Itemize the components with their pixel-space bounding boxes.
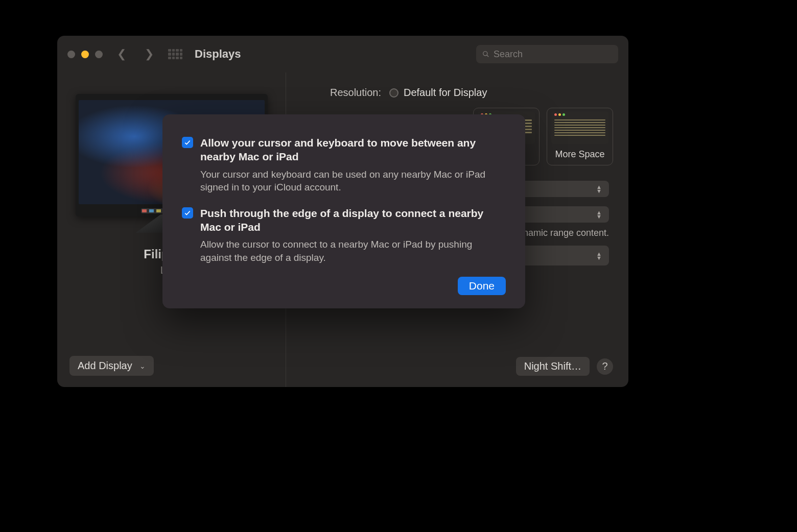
search-icon [482, 50, 489, 59]
resolution-tile-more-space[interactable]: More Space [547, 108, 613, 165]
allow-cursor-keyboard-title: Allow your cursor and keyboard to move b… [200, 136, 506, 164]
resolution-preview-icon [551, 111, 608, 144]
close-button[interactable] [67, 51, 75, 58]
updown-icon: ▲▼ [596, 210, 602, 219]
resolution-default-text: Default for Display [404, 87, 487, 99]
add-display-button[interactable]: Add Display ⌄ [69, 356, 154, 376]
push-through-edge-desc: Allow the cursor to connect to a nearby … [200, 238, 506, 264]
resolution-tile-more-space-label: More Space [551, 149, 608, 160]
allow-cursor-keyboard-desc: Your cursor and keyboard can be used on … [200, 168, 506, 194]
back-button[interactable]: ❮ [117, 47, 126, 61]
universal-control-sheet: Allow your cursor and keyboard to move b… [162, 114, 525, 308]
help-button[interactable]: ? [597, 358, 613, 375]
search-input[interactable] [494, 49, 612, 60]
show-all-icon[interactable] [168, 49, 182, 59]
chevron-down-icon: ⌄ [139, 362, 146, 370]
search-field[interactable] [476, 45, 618, 63]
updown-icon: ▲▼ [596, 252, 602, 260]
svg-line-1 [487, 55, 489, 57]
minimize-button[interactable] [81, 51, 89, 58]
traffic-lights [67, 51, 103, 58]
push-through-edge-title: Push through the edge of a display to co… [200, 206, 506, 234]
done-button[interactable]: Done [458, 277, 506, 295]
titlebar: ❮ ❯ Displays [57, 36, 628, 72]
night-shift-button[interactable]: Night Shift… [516, 357, 590, 376]
window-title: Displays [195, 47, 241, 61]
nav-arrows: ❮ ❯ [117, 47, 154, 61]
add-display-label: Add Display [78, 360, 132, 372]
checkmark-icon [184, 139, 191, 146]
updown-icon: ▲▼ [596, 185, 602, 193]
allow-cursor-keyboard-checkbox[interactable] [182, 137, 193, 148]
svg-point-0 [483, 52, 487, 56]
checkmark-icon [184, 209, 191, 216]
zoom-button[interactable] [95, 51, 103, 58]
resolution-label: Resolution: [301, 87, 381, 99]
forward-button[interactable]: ❯ [145, 47, 154, 61]
push-through-edge-checkbox[interactable] [182, 207, 193, 219]
resolution-default-radio[interactable] [389, 88, 398, 98]
